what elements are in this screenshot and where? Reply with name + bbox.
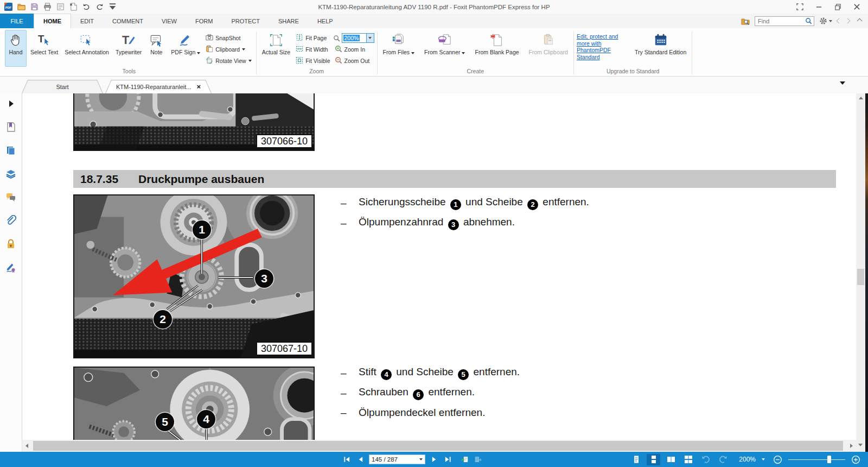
callout-badge-5: 5 bbox=[156, 413, 174, 431]
select-text-button[interactable]: T Select Text bbox=[28, 30, 61, 67]
rotate-right-icon bbox=[716, 454, 730, 465]
search-icon[interactable] bbox=[805, 17, 812, 24]
save-icon[interactable] bbox=[30, 3, 39, 11]
comments-panel-icon[interactable] bbox=[5, 191, 17, 203]
find-input[interactable] bbox=[757, 17, 805, 25]
upgrade-link[interactable]: Edit, protect and more with PhantomPDF S… bbox=[577, 30, 627, 60]
rotate-view-button[interactable]: Rotate View bbox=[204, 56, 253, 66]
single-page-view-icon[interactable] bbox=[629, 454, 643, 465]
previous-page-icon[interactable] bbox=[355, 455, 365, 464]
email-document-icon[interactable] bbox=[56, 3, 65, 11]
tab-edit[interactable]: EDIT bbox=[71, 14, 103, 28]
expand-panel-icon[interactable] bbox=[5, 98, 17, 109]
signature-panel-icon[interactable] bbox=[5, 261, 17, 273]
next-page-icon[interactable] bbox=[429, 455, 439, 464]
ribbon-home: Hand T Select Text Select Annotation T T… bbox=[0, 28, 868, 77]
continuous-view-icon[interactable] bbox=[647, 454, 660, 465]
redo-icon[interactable] bbox=[95, 3, 104, 11]
minimize-icon[interactable] bbox=[815, 3, 822, 10]
bookmarks-panel-icon[interactable] bbox=[5, 121, 17, 132]
find-previous-icon[interactable] bbox=[837, 18, 842, 24]
zoom-level-dropdown[interactable] bbox=[367, 33, 374, 43]
first-page-icon[interactable] bbox=[342, 455, 352, 464]
security-panel-icon[interactable] bbox=[5, 238, 17, 249]
group-label-create: Create bbox=[380, 67, 571, 76]
pages-panel-icon[interactable] bbox=[5, 144, 17, 156]
zoom-presets-icon[interactable] bbox=[762, 458, 765, 460]
tab-close-icon[interactable]: × bbox=[197, 84, 201, 90]
continuous-facing-view-icon[interactable] bbox=[681, 454, 695, 465]
pdf-sign-button[interactable]: PDF Sign bbox=[168, 30, 203, 67]
restore-icon[interactable] bbox=[834, 3, 841, 10]
scroll-down-icon[interactable] bbox=[858, 444, 863, 446]
undo-icon[interactable] bbox=[82, 3, 91, 11]
doc-tab-start[interactable]: Start bbox=[22, 80, 103, 93]
try-standard-button[interactable]: Try Standard Edition bbox=[632, 30, 689, 67]
tab-home[interactable]: HOME bbox=[34, 14, 71, 28]
clipboard-button[interactable]: Clipboard bbox=[204, 45, 253, 54]
create-pdf-icon[interactable] bbox=[69, 3, 78, 11]
page-number-input[interactable]: 145 / 287 bbox=[369, 455, 425, 464]
search-folder-icon[interactable] bbox=[741, 17, 750, 26]
horizontal-scrollbar[interactable] bbox=[22, 440, 856, 452]
tab-help[interactable]: HELP bbox=[308, 14, 342, 28]
foxit-phantompdf-window: PDF KTM-1190-Reparaturanleitung ADV 1190… bbox=[0, 0, 868, 467]
customize-toolbar-icon[interactable] bbox=[108, 3, 117, 11]
horizontal-scroll-thumb[interactable] bbox=[33, 441, 843, 451]
doc-tab-active[interactable]: KTM-1190-Reparaturanleit... × bbox=[105, 80, 212, 93]
tab-list-icon[interactable] bbox=[840, 81, 845, 85]
select-annotation-button[interactable]: Select Annotation bbox=[62, 30, 112, 67]
fit-page-icon bbox=[296, 34, 303, 42]
tab-form[interactable]: FORM bbox=[186, 14, 222, 28]
select-text-icon: T bbox=[37, 33, 52, 48]
from-scanner-button[interactable]: From Scanner bbox=[422, 30, 468, 67]
hand-tool-button[interactable]: Hand bbox=[5, 30, 27, 67]
facing-view-icon[interactable] bbox=[664, 454, 678, 465]
tab-comment[interactable]: COMMENT bbox=[103, 14, 152, 28]
from-blank-page-button[interactable]: From Blank Page bbox=[472, 30, 521, 67]
zoom-in-icon bbox=[335, 45, 342, 54]
collapse-ribbon-icon[interactable] bbox=[857, 18, 863, 24]
vertical-scrollbar[interactable] bbox=[856, 93, 865, 440]
typewriter-button[interactable]: T Typewriter bbox=[113, 30, 144, 67]
fit-page-button[interactable]: Fit Page bbox=[294, 33, 331, 43]
callout-badge-4: 4 bbox=[197, 410, 215, 428]
scroll-up-icon[interactable] bbox=[859, 97, 863, 99]
zoom-in-circle-icon[interactable] bbox=[851, 455, 860, 464]
vertical-scroll-thumb[interactable] bbox=[857, 269, 864, 285]
title-bar: PDF KTM-1190-Reparaturanleitung ADV 1190… bbox=[0, 0, 868, 14]
document-view[interactable]: 307066-10 18.7.35 Druckpumpe ausbauen bbox=[22, 93, 856, 440]
print-icon[interactable] bbox=[43, 3, 52, 11]
tab-share[interactable]: SHARE bbox=[269, 14, 308, 28]
tab-protect[interactable]: PROTECT bbox=[222, 14, 269, 28]
instruction-steps-bottom: –Stift 4 und Scheibe 5 entfernen.–Schrau… bbox=[341, 363, 520, 423]
from-files-button[interactable]: From Files bbox=[380, 30, 418, 67]
snapshot-button[interactable]: SnapShot bbox=[204, 33, 253, 43]
fullscreen-icon[interactable] bbox=[796, 3, 803, 10]
fit-width-button[interactable]: Fit Width bbox=[294, 45, 331, 54]
zoom-out-button[interactable]: Zoom Out bbox=[333, 56, 374, 66]
previous-view-icon[interactable] bbox=[459, 455, 469, 464]
settings-gear-icon[interactable] bbox=[819, 17, 832, 25]
note-button[interactable]: Note bbox=[145, 30, 167, 67]
layers-panel-icon[interactable] bbox=[5, 168, 17, 179]
scroll-right-icon[interactable] bbox=[850, 444, 853, 448]
document-tab-bar: Start KTM-1190-Reparaturanleit... × bbox=[0, 77, 868, 93]
last-page-icon[interactable] bbox=[443, 455, 452, 464]
attachments-panel-icon[interactable] bbox=[5, 214, 17, 226]
find-next-icon[interactable] bbox=[845, 18, 851, 24]
scroll-left-icon[interactable] bbox=[25, 444, 28, 448]
zoom-out-circle-icon[interactable] bbox=[773, 455, 782, 464]
section-heading: 18.7.35 Druckpumpe ausbauen bbox=[73, 170, 836, 188]
zoom-slider[interactable] bbox=[788, 456, 845, 463]
zoom-level-input[interactable]: 200% bbox=[342, 33, 367, 43]
close-icon[interactable] bbox=[853, 3, 860, 10]
zoom-in-button[interactable]: Zoom In bbox=[333, 45, 374, 54]
tab-file[interactable]: FILE bbox=[0, 14, 34, 28]
zoom-slider-handle[interactable] bbox=[827, 456, 831, 463]
actual-size-button[interactable]: Actual Size bbox=[259, 30, 293, 67]
callout-badge-3: 3 bbox=[255, 269, 273, 288]
fit-visible-button[interactable]: Fit Visible bbox=[294, 56, 331, 66]
open-file-icon[interactable] bbox=[17, 3, 25, 11]
tab-view[interactable]: VIEW bbox=[152, 14, 186, 28]
